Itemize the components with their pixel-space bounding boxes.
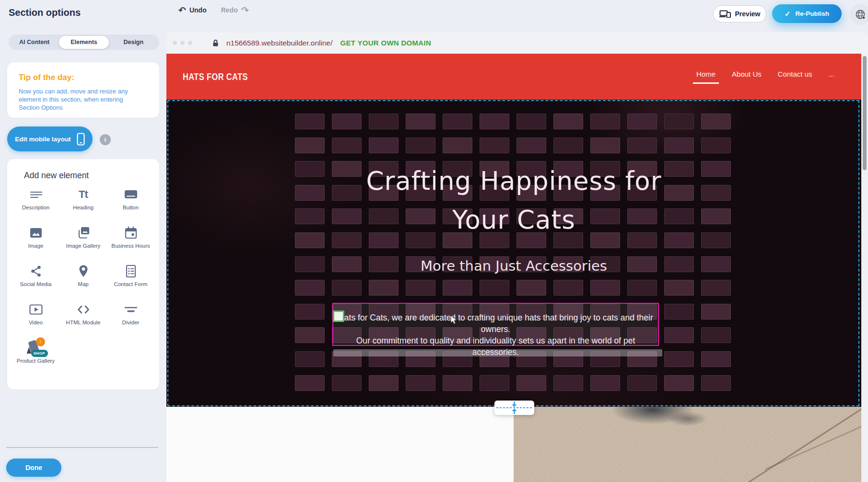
element-label: Description xyxy=(16,204,56,211)
website-builder-app: { "colors": { "accent_blue": "#2f97dc", … xyxy=(0,0,868,482)
section-height-resize-handle[interactable] xyxy=(494,401,534,415)
check-icon: ✓ xyxy=(785,10,791,18)
hero-heading[interactable]: Crafting Happiness for Your Cats xyxy=(166,161,861,239)
contact-form-icon xyxy=(107,263,154,280)
divider-icon xyxy=(107,301,154,318)
hero-tile xyxy=(664,280,694,296)
scrollbar-thumb[interactable] xyxy=(863,56,867,170)
hero-tile xyxy=(443,138,472,153)
social-media-icon xyxy=(12,263,59,280)
undo-button[interactable]: ↶ Undo xyxy=(178,6,207,14)
redo-button[interactable]: Redo ↷ xyxy=(221,6,249,14)
edit-mobile-layout-button[interactable]: Edit mobile layout xyxy=(7,126,93,151)
done-button[interactable]: Done xyxy=(6,459,61,477)
hero-tile xyxy=(332,280,362,296)
add-new-element-title: Add new element xyxy=(24,171,89,181)
add-element-button[interactable]: Button xyxy=(107,186,154,220)
nav-about-us[interactable]: About Us xyxy=(732,70,762,82)
site-logo[interactable]: HATS FOR CATS xyxy=(183,71,248,82)
add-element-description[interactable]: Description xyxy=(12,186,59,220)
republish-button[interactable]: ✓ Re-Publish xyxy=(772,4,842,23)
tab-elements[interactable]: Elements xyxy=(59,36,108,49)
url-text[interactable]: n1566589.websitebuilder.online/ xyxy=(226,39,332,47)
hero-tile xyxy=(406,138,435,153)
element-label: Product Gallery xyxy=(16,357,56,364)
panel-divider xyxy=(6,447,158,448)
element-label: Image Gallery xyxy=(64,242,103,249)
hero-tile xyxy=(664,304,694,320)
hero-tile xyxy=(701,375,731,391)
tab-design[interactable]: Design xyxy=(109,36,158,49)
add-element-contact-form[interactable]: Contact Form xyxy=(107,263,154,297)
window-dots-icon xyxy=(173,41,192,45)
hero-tile xyxy=(295,327,325,343)
hero-tile xyxy=(443,280,472,296)
tip-body: Now you can add, move and resize any ele… xyxy=(19,87,144,112)
element-resize-handle[interactable] xyxy=(333,310,344,322)
preview-button[interactable]: Preview xyxy=(713,5,766,23)
hero-section[interactable]: Crafting Happiness for Your Cats More th… xyxy=(166,100,861,407)
description-icon xyxy=(12,186,59,203)
business-hours-icon xyxy=(107,224,154,241)
hero-tile xyxy=(480,280,509,296)
image-icon xyxy=(12,224,59,241)
hero-tile xyxy=(332,375,362,391)
hero-tile xyxy=(701,351,731,367)
map-pin-icon xyxy=(59,263,107,280)
hero-tile xyxy=(701,327,731,343)
hero-tile xyxy=(369,375,399,391)
add-element-social-media[interactable]: Social Media xyxy=(12,263,59,297)
redo-icon: ↷ xyxy=(241,7,249,13)
hero-tile xyxy=(627,375,657,391)
mouse-cursor-icon xyxy=(450,315,457,327)
hero-tile xyxy=(553,114,583,129)
info-icon[interactable]: i xyxy=(100,134,111,145)
add-element-product-gallery[interactable]: ↑ SHOP Product Gallery xyxy=(12,339,59,373)
redo-label: Redo xyxy=(221,6,238,14)
hero-tile xyxy=(406,280,435,296)
devices-icon xyxy=(719,10,731,18)
product-gallery-icon: ↑ SHOP xyxy=(12,339,59,356)
tab-ai-content[interactable]: AI Content xyxy=(10,36,59,49)
element-label: Social Media xyxy=(16,281,56,287)
image-gallery-icon xyxy=(59,224,107,241)
site-canvas: HATS FOR CATS Home About Us Contact us .… xyxy=(166,54,861,482)
hero-subheading[interactable]: More than Just Accessories xyxy=(166,258,861,274)
next-section-background xyxy=(166,407,514,482)
add-element-html-module[interactable]: HTML Module xyxy=(59,301,107,335)
nav-home[interactable]: Home xyxy=(693,70,719,84)
add-element-business-hours[interactable]: Business Hours xyxy=(107,224,154,258)
add-element-divider[interactable]: Divider xyxy=(107,301,154,335)
hero-tile xyxy=(406,375,435,391)
shop-badge: SHOP xyxy=(31,350,48,357)
nav-more-ellipsis[interactable]: ... xyxy=(828,70,834,82)
add-element-video[interactable]: Video xyxy=(12,301,59,335)
selected-description-element[interactable]: Hats for Cats, we are dedicated to craft… xyxy=(332,303,659,346)
republish-label: Re-Publish xyxy=(796,10,830,17)
hero-tile xyxy=(443,114,472,129)
element-label: Business Hours xyxy=(111,242,151,249)
add-element-heading[interactable]: Tt Heading xyxy=(59,186,107,220)
add-element-image[interactable]: Image xyxy=(12,224,59,258)
hero-tile xyxy=(295,280,325,296)
hero-heading-line2: Your Cats xyxy=(166,200,861,239)
site-header: HATS FOR CATS Home About Us Contact us .… xyxy=(166,54,861,100)
add-element-image-gallery[interactable]: Image Gallery xyxy=(59,224,107,258)
hero-tile xyxy=(295,351,325,367)
element-label: Button xyxy=(111,204,151,211)
hero-tile xyxy=(369,280,399,296)
language-globe-button[interactable] xyxy=(850,4,868,25)
hero-tile xyxy=(369,114,399,129)
video-play-icon xyxy=(12,301,59,318)
get-your-own-domain-link[interactable]: GET YOUR OWN DOMAIN xyxy=(340,39,431,47)
page-title: Section options xyxy=(9,7,81,18)
add-new-element-card: Add new element Description Tt Heading xyxy=(7,159,159,390)
next-section-image[interactable] xyxy=(514,407,861,482)
hero-tile xyxy=(553,138,583,153)
hero-tile xyxy=(516,375,546,391)
nav-contact-us[interactable]: Contact us xyxy=(778,70,812,82)
element-label: HTML Module xyxy=(64,319,103,326)
undo-label: Undo xyxy=(189,6,207,14)
hero-tile xyxy=(295,114,325,129)
add-element-map[interactable]: Map xyxy=(59,263,107,297)
